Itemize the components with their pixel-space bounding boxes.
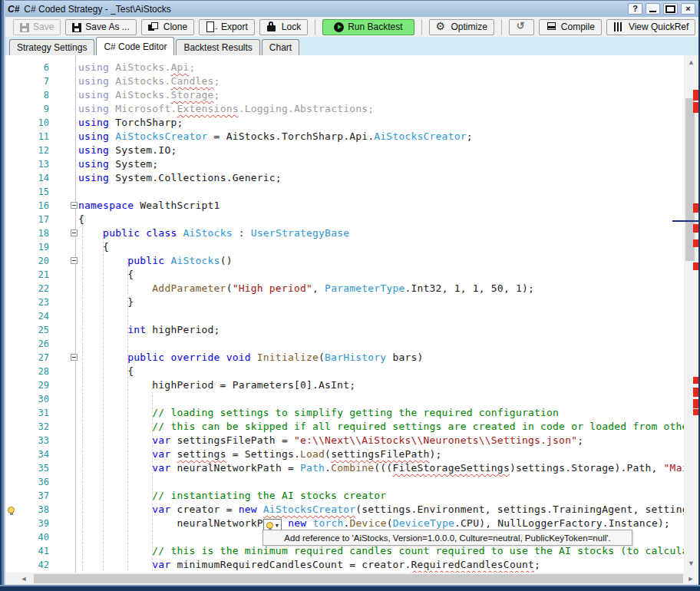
vertical-scroll-thumb[interactable]	[685, 98, 695, 261]
code-token: ;	[577, 434, 583, 446]
code-text: int highPeriod;	[78, 323, 220, 337]
button-label: Compile	[561, 21, 595, 32]
save-button[interactable]: Save	[13, 19, 61, 35]
code-editor[interactable]: 6using AiStocks.Api;7using AiStocks.Cand…	[5, 55, 693, 573]
code-token	[78, 448, 152, 460]
code-token: AiStocks.	[115, 75, 170, 87]
fold-collapse-icon[interactable]	[71, 354, 78, 361]
code-token: .Int32, 1, 1, 50, 1);	[404, 282, 534, 294]
code-token: )settings.Storage).Path,	[510, 462, 664, 474]
code-text: highPeriod = Parameters[0].AsInt;	[78, 378, 355, 392]
scroll-left-arrow-icon[interactable]: ◄	[18, 573, 29, 584]
books-icon	[613, 21, 625, 32]
horizontal-scroll-thumb[interactable]	[34, 574, 683, 583]
code-line-26: 26	[5, 337, 693, 351]
horizontal-scrollbar[interactable]: ◄ ►	[5, 573, 698, 585]
code-text: // this is the minimum required candles …	[78, 544, 693, 558]
save-as-button[interactable]: Save As ...	[65, 19, 136, 35]
code-text: public class AiStocks : UserStrategyBase	[78, 226, 349, 240]
help-button[interactable]: ?	[628, 3, 642, 15]
code-text: var neuralNetworkPath = Path.Combine(((F…	[78, 461, 688, 475]
error-mark	[693, 377, 698, 384]
lock-button[interactable]: Lock	[259, 19, 308, 35]
tab-c-code-editor[interactable]: C# Code Editor	[96, 37, 174, 55]
view-quickref-button[interactable]: View QuickRef	[606, 19, 695, 35]
error-mark	[693, 224, 698, 233]
tab-strategy-settings[interactable]: Strategy Settings	[9, 39, 94, 55]
code-token: {	[78, 365, 134, 377]
code-token: ()	[220, 255, 233, 266]
line-number: 41	[5, 544, 49, 558]
refresh-button[interactable]	[509, 19, 534, 35]
code-line-37: 37 // instantiating the AI stocks creato…	[5, 489, 693, 503]
clone-button[interactable]: Clone	[141, 19, 194, 35]
code-line-11: 11using AiStocksCreator = AiStocks.Torch…	[5, 130, 693, 144]
code-line-34: 34 var settings = Settings.Load(settings…	[5, 447, 693, 461]
line-number: 26	[5, 337, 49, 351]
code-token: Extensions	[177, 103, 238, 114]
line-number: 37	[5, 489, 49, 503]
run-backtest-button[interactable]: Run Backtest	[322, 19, 414, 35]
button-label: View QuickRef	[629, 21, 688, 32]
optimize-button[interactable]: Optimize	[429, 19, 494, 35]
line-number: 9	[5, 102, 49, 116]
fold-collapse-icon[interactable]	[71, 229, 78, 236]
code-token	[78, 462, 152, 474]
close-button[interactable]: ×	[681, 3, 695, 15]
line-number: 27	[5, 351, 49, 365]
code-token: (	[226, 282, 233, 294]
code-token: {	[78, 241, 109, 253]
code-text: namespace WealthScript1	[78, 199, 220, 213]
line-number: 7	[5, 74, 49, 88]
code-token: Combine	[331, 462, 374, 474]
button-label: Save	[33, 21, 54, 32]
code-token: BarHistory	[325, 352, 386, 363]
code-text: using AiStocksCreator = AiStocks.TorchSh…	[78, 130, 473, 144]
code-token: ;	[214, 89, 220, 101]
scroll-right-arrow-icon[interactable]: ►	[685, 573, 696, 584]
scroll-down-arrow-icon[interactable]: ▼	[684, 558, 698, 569]
code-token: Load	[300, 448, 325, 460]
line-number: 17	[5, 213, 49, 226]
code-token: AiStocks.	[115, 61, 170, 73]
code-token: );	[430, 448, 442, 460]
maximize-button[interactable]	[663, 3, 678, 15]
code-token: Api	[170, 61, 189, 73]
code-token: "High period"	[233, 282, 312, 294]
line-number: 10	[5, 116, 49, 130]
code-token: (	[387, 517, 393, 529]
code-token: minimumRequiredCandlesCount = creator.	[170, 559, 411, 570]
code-token: ParameterType	[325, 282, 404, 294]
code-text: {	[78, 213, 84, 226]
export-button[interactable]: Export	[199, 19, 255, 35]
margin-lightbulb-icon[interactable]	[8, 505, 15, 516]
code-token: public class	[103, 227, 183, 239]
tab-chart[interactable]: Chart	[262, 39, 299, 55]
vertical-scrollbar[interactable]: ▲ ▼	[684, 55, 698, 573]
compile-button[interactable]: Compile	[539, 19, 602, 35]
window-title: C# Coded Strategy - _Test\AiStocks	[24, 4, 170, 15]
fold-collapse-icon[interactable]	[71, 202, 78, 209]
code-token: {	[78, 213, 84, 225]
code-token: neuralNetworkPath =	[170, 462, 300, 474]
code-token	[78, 434, 152, 446]
line-number: 11	[5, 130, 49, 144]
code-text: var minimumRequiredCandlesCount = creato…	[78, 558, 540, 572]
code-line-38: 38 var creator = new AiStocksCreator(set…	[5, 503, 693, 517]
code-token	[78, 324, 127, 335]
code-token: neuralNetworkP	[78, 517, 263, 529]
floppy-icon	[72, 23, 81, 32]
code-text: using System.Collections.Generic;	[78, 171, 282, 185]
minimize-button[interactable]	[646, 3, 660, 15]
code-text: using System;	[78, 157, 158, 171]
code-token: AiStocks	[170, 255, 220, 266]
code-line-10: 10using TorchSharp;	[5, 116, 693, 130]
code-token: System.Collections.Generic;	[115, 172, 282, 183]
line-number: 21	[5, 268, 49, 282]
code-line-16: 16namespace WealthScript1	[5, 199, 693, 213]
code-token: ;	[534, 559, 540, 570]
scroll-up-arrow-icon[interactable]: ▲	[684, 57, 698, 68]
tab-backtest-results[interactable]: Backtest Results	[176, 39, 259, 55]
code-token: using	[78, 158, 115, 170]
fold-collapse-icon[interactable]	[71, 257, 78, 264]
